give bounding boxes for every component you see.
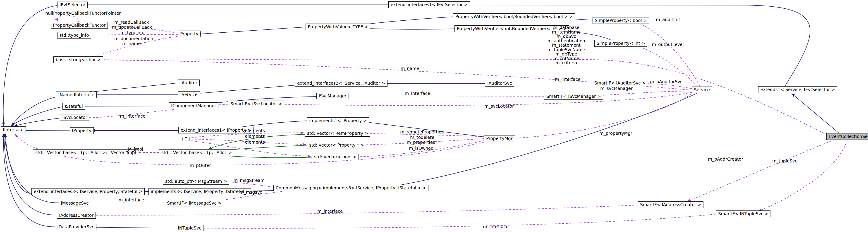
template-param-node-T: T (182, 136, 190, 142)
edge-label-m-todelete: m_todelete (410, 135, 434, 140)
edge-label-m-readcallback: m_readCallBack (114, 20, 149, 25)
edge-label-m-impl: _M_impl (126, 147, 143, 151)
edge-label-m-interface-isvclocator: m_interface (120, 114, 146, 118)
edge-label-m-criteria: m_criteria (546, 61, 587, 65)
edge-label-m-interface-imessagesvc: m_interface (119, 198, 144, 202)
class-node-vector-property-ptr[interactable]: std::vector< Property * > (307, 142, 366, 148)
edge-label-m-name-property: m_name (122, 41, 141, 46)
edge-label-m-properties: m_properties (407, 140, 435, 145)
edge-label-m-paddrcreator: m_pAddrCreator (708, 157, 743, 161)
edge-label-m-interface-intuplesvc: m_interface (483, 224, 508, 229)
class-node-smartif-isvcmanager[interactable]: SmartIF< ISvcManager > (544, 93, 603, 100)
class-node-smartif-intuplesvc[interactable]: SmartIF< INTupleSvc > (716, 210, 770, 217)
class-node-propertycallbackfunctor[interactable]: PropertyCallbackFunctor (51, 22, 108, 29)
class-node-auto-ptr-msgstream[interactable]: std::auto_ptr< MsgStream > (163, 178, 229, 185)
class-node-smartif-iauditorsvc[interactable]: SmartIF< IAuditorSvc > (592, 80, 648, 86)
class-node-iauditorsvc[interactable]: IAuditorSvc (485, 80, 514, 87)
class-node-iauditor[interactable]: IAuditor (178, 80, 199, 86)
edge-label-m-svclocator: m_svcLocator (484, 104, 514, 108)
edge-label-m-dbsvc: m_dbSvc (546, 34, 587, 39)
class-node-isvcmanager[interactable]: ISvcManager (316, 93, 349, 99)
edge-label-stack-event-collection-members: m_database m_itemName m_dbSvc m_authenti… (546, 25, 587, 65)
class-node-service[interactable]: Service (692, 87, 712, 93)
edge-label-m-interface-iaddresscreator: m_interface (317, 209, 343, 213)
edge-label-m-outputlevel: m_outputLevel (652, 42, 684, 47)
edge-label-m-documentation: m_documentation (114, 36, 153, 41)
class-node-iinterface[interactable]: IInterface (1, 126, 26, 133)
class-node-basic-string-char[interactable]: basic_string< char > (54, 56, 103, 63)
class-node-commonmessaging[interactable]: CommonMessaging< implements3< IService, … (273, 185, 429, 191)
class-node-extend-interfaces1-iproperty[interactable]: extend_interfaces1< IProperty > (178, 127, 253, 134)
edge-label-m-auditinit: m_auditInit (656, 17, 680, 22)
class-node-istateful[interactable]: IStateful (62, 103, 85, 110)
class-node-ievtselector[interactable]: IEvtSelector (57, 2, 88, 8)
class-node-iaddresscreator[interactable]: IAddressCreator (57, 212, 96, 219)
class-node-intuplesvc[interactable]: INTupleSvc (176, 225, 204, 231)
edge-label-m-interface-isvcmanager: m_interface (405, 91, 430, 96)
class-node-propertywithverifier-bool[interactable]: PropertyWithVerifier< bool,BoundedVerifi… (453, 13, 575, 20)
class-node-inamedinterface[interactable]: INamedInterface (56, 91, 97, 98)
edge-label-elements-bool: elements (245, 140, 265, 144)
edge-label-m-tuplesvc: m_tupleSvc (772, 158, 797, 163)
edge-label-m-updatecallback: m_updateCallBack (112, 25, 152, 29)
class-node-std-type-info[interactable]: std::type_info (57, 32, 91, 38)
class-node-imessagesvc[interactable]: IMessageSvc (59, 200, 91, 206)
edge-label-elements-property-ptr: elements (245, 134, 265, 139)
class-node-extends1[interactable]: extends1< Service, IEvtSelector > (758, 86, 837, 93)
class-node-vector-base[interactable]: std::_Vector_base< _Tp, _Alloc > (159, 149, 234, 156)
edge-label-m-statement: m_statement (546, 43, 587, 48)
class-node-property[interactable]: Property (178, 31, 200, 37)
edge-label-m-remoteproperties: m_remoteProperties (400, 129, 444, 134)
class-node-extend-interfaces3[interactable]: extend_interfaces3< IService,IProperty,I… (31, 188, 145, 195)
class-node-vector-bool[interactable]: std::vector< bool > (312, 154, 359, 160)
edge-label-m-database: m_database (546, 25, 587, 30)
class-node-simpleproperty-int[interactable]: SimpleProperty< int > (594, 40, 647, 47)
class-node-implements3[interactable]: implements3< IService, IProperty, IState… (149, 188, 251, 195)
edge-label-m-pouter: m_pOuter (190, 163, 211, 168)
class-node-iproperty[interactable]: IProperty (70, 127, 94, 134)
class-node-vector-remproperty[interactable]: std::vector< RemProperty > (305, 130, 370, 137)
class-node-eventcollectionselector[interactable]: EventCollectionSelector (826, 133, 868, 140)
class-node-extend-interfaces2[interactable]: extend_interfaces2< IService, IAuditor > (295, 80, 388, 87)
edge-label-m-interface-iauditorsvc: m_interface (555, 77, 581, 82)
class-node-smartif-imessagesvc[interactable]: SmartIF< IMessageSvc > (165, 200, 224, 206)
class-node-idataprovidersvc[interactable]: IDataProviderSvc (55, 224, 96, 230)
edge-label-m-pauditorsvc: m_pAuditorSvc (650, 79, 682, 84)
class-node-simpleproperty-bool[interactable]: SimpleProperty< bool > (593, 17, 649, 24)
edge-label-m-msgstream: m_msgStream (234, 178, 265, 183)
edge-label-m-msgsvc: m_msgsvc (240, 190, 262, 194)
class-node-isvclocator[interactable]: ISvcLocator (60, 114, 89, 121)
edge-label-m-svcmanager: m_svcManager (600, 86, 632, 91)
class-node-icomponentmanager[interactable]: IComponentManager (169, 103, 218, 109)
class-node-extend-interfaces1-ievtselector[interactable]: extend_interfaces1< IEvtSelector > (389, 1, 470, 8)
class-node-vector-base-impl[interactable]: std::_Vector_base< _Tp, _Alloc >::_Vecto… (33, 149, 138, 156)
class-node-implements1-iproperty[interactable]: implements1< IProperty > (307, 117, 369, 124)
class-node-propertywithvalue[interactable]: PropertyWithValue< TYPE > (306, 24, 370, 30)
edge-label-m-isowned: m_isOwned (409, 146, 433, 150)
edge-label-nullpropertycallbackfunctorpointer: nullPropertyCallbackFunctorPointer (45, 11, 121, 16)
edge-label-m-name-service: m_name (401, 66, 419, 71)
edge-label-m-typeinfo: m_typeinfo (120, 30, 145, 35)
class-node-smartif-isvclocator[interactable]: SmartIF< ISvcLocator > (228, 100, 284, 107)
collaboration-diagram: IEvtSelector extend_interfaces1< IEvtSel… (0, 0, 868, 232)
class-node-propertymgr[interactable]: PropertyMgr (484, 135, 515, 142)
edge-label-m-propertymgr: m_propertyMgr (599, 131, 632, 136)
edge-label-elements-remproperty: elements (245, 128, 265, 133)
class-node-smartif-iaddresscreator[interactable]: SmartIF< IAddressCreator > (638, 201, 704, 208)
edge-label-m-dbtype: m_dbType (546, 52, 587, 56)
class-node-iservice[interactable]: IService (178, 91, 200, 98)
